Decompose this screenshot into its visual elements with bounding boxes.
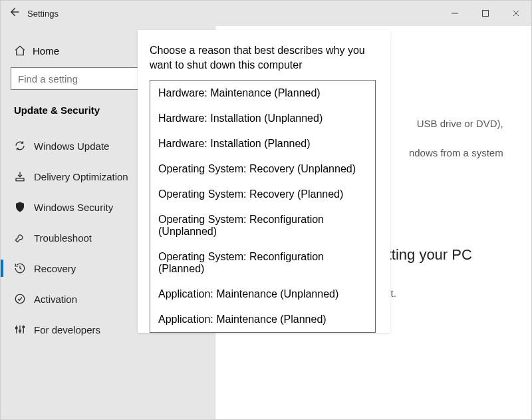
sidebar-item-label: Recovery: [34, 263, 76, 274]
shutdown-reason-listbox[interactable]: Hardware: Maintenance (Planned) Hardware…: [150, 80, 376, 333]
wrench-icon: [14, 232, 34, 244]
sidebar-item-label: Activation: [34, 294, 77, 305]
svg-rect-5: [16, 178, 24, 181]
window-controls: [440, 3, 531, 24]
shutdown-reason-option[interactable]: Operating System: Recovery (Planned): [150, 182, 375, 207]
maximize-button[interactable]: [470, 3, 501, 24]
clock-back-icon: [14, 262, 34, 274]
svg-rect-2: [483, 11, 489, 17]
shutdown-reason-option[interactable]: Operating System: Recovery (Unplanned): [150, 156, 375, 182]
shutdown-reason-option[interactable]: Hardware: Installation (Planned): [150, 131, 375, 156]
window-title: Settings: [27, 9, 59, 19]
sliders-icon: [14, 323, 34, 335]
sidebar-item-label: Windows Update: [34, 140, 109, 152]
shutdown-reason-prompt: Choose a reason that best describes why …: [138, 39, 390, 80]
shutdown-reason-option[interactable]: Operating System: Reconfiguration (Plann…: [150, 244, 375, 282]
shutdown-reason-dialog: Choose a reason that best describes why …: [138, 30, 390, 333]
refresh-icon: [14, 140, 34, 152]
shutdown-reason-option[interactable]: Hardware: Maintenance (Planned): [150, 81, 375, 106]
shutdown-reason-option[interactable]: Application: Maintenance (Unplanned): [150, 282, 375, 307]
svg-point-7: [15, 294, 25, 304]
shutdown-reason-option[interactable]: Operating System: Reconfiguration (Unpla…: [150, 207, 375, 244]
check-circle-icon: [14, 293, 34, 305]
titlebar: Settings: [1, 1, 531, 26]
close-button[interactable]: [501, 3, 531, 24]
home-icon: [14, 45, 33, 57]
download-icon: [14, 170, 34, 182]
minimize-button[interactable]: [440, 3, 470, 24]
shield-icon: [14, 201, 34, 213]
sidebar-item-label: Troubleshoot: [34, 232, 92, 244]
sidebar-item-label: Windows Security: [34, 202, 113, 213]
sidebar-item-label: Delivery Optimization: [34, 171, 128, 182]
home-label: Home: [33, 45, 59, 57]
back-button[interactable]: [1, 5, 27, 22]
shutdown-reason-option[interactable]: Hardware: Installation (Unplanned): [150, 106, 375, 131]
shutdown-reason-option[interactable]: Application: Maintenance (Planned): [150, 307, 375, 332]
sidebar-item-label: For developers: [34, 324, 100, 335]
settings-window: Settings Home Update & Secur: [0, 0, 532, 420]
